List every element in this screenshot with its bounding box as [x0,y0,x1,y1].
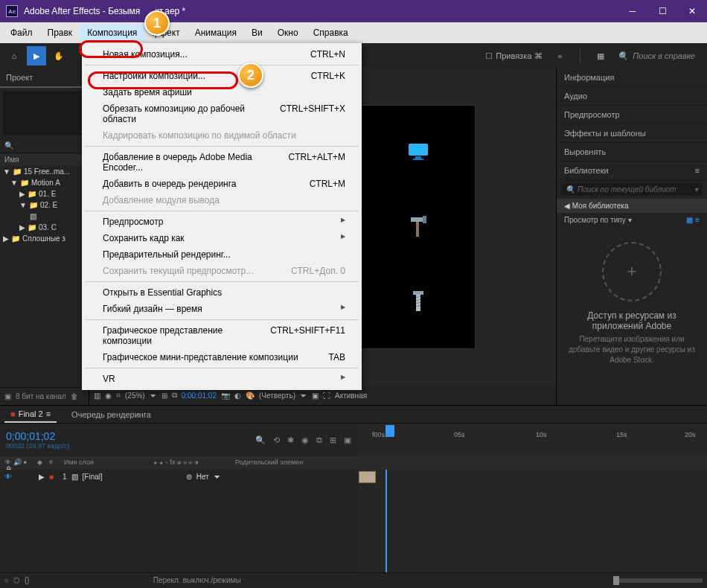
toolbar-expand-icon[interactable]: » [550,46,569,65]
hand-tool[interactable]: ✋ [49,46,68,65]
parent-dropdown[interactable]: Нет [196,473,209,481]
tl-footer-icon[interactable]: ⟐ [4,576,9,584]
visibility-toggle[interactable]: 👁 [4,473,34,481]
panel-audio[interactable]: Аудио [557,87,707,106]
home-button[interactable]: ⌂ [4,46,24,65]
tl-icon[interactable]: ◉ [301,435,309,445]
comp-footer-icon[interactable]: ▣ [312,392,319,400]
panel-effects[interactable]: Эффекты и шаблоны [557,124,707,143]
new-bin-icon[interactable]: ▣ [4,392,11,400]
menu-item[interactable]: Новая композиция...CTRL+N [82,46,362,63]
panel-libraries[interactable]: Библиотеки≡ [557,162,707,180]
help-search[interactable]: 🔍 Поиск в справке [618,51,695,61]
menu-file[interactable]: Файл [3,25,40,41]
menu-composition[interactable]: Композиция [80,25,144,41]
menu-item[interactable]: Графическое мини-представление композици… [82,349,362,365]
timeline-tab-render[interactable]: Очередь рендеринга [65,407,157,422]
bpc-button[interactable]: 8 бит на канал [16,392,66,400]
selection-tool[interactable]: ▶ [27,46,46,65]
tree-item[interactable]: ▼📁Motion A [0,177,89,188]
search-icon: 🔍 [566,185,575,194]
tree-item[interactable]: ▶📁01. E [0,188,89,199]
menu-item[interactable]: Предпросмотр [82,214,362,230]
comp-footer-icon[interactable]: ⧉ [172,391,177,400]
tree-item[interactable]: ▶📁Сплошные з [0,233,89,244]
menu-window[interactable]: Окно [270,25,306,41]
library-dropzone[interactable]: + Доступ к ресурсам из приложений Adobe … [557,227,707,405]
tl-icon[interactable]: ⧉ [316,435,322,445]
menu-item[interactable]: VR [82,371,362,387]
menu-item[interactable]: Графическое представление композицииCTRL… [82,322,362,349]
zoom-level[interactable]: (25%) [125,392,145,400]
workspace-icon[interactable]: ▦ [591,46,610,65]
parent-pickwhip-icon[interactable]: ⊚ [186,473,192,481]
trash-icon[interactable]: 🗑 [71,392,78,400]
panel-menu-icon[interactable]: ≡ [695,166,700,175]
comp-footer-icon[interactable]: ⛶ [323,392,330,400]
snapshot-icon[interactable]: 📷 [221,392,230,400]
search-icon[interactable]: 🔍 [255,435,266,445]
library-select[interactable]: ◀ Моя библиотека [557,199,707,213]
comp-timecode[interactable]: 0;00;01;02 [182,392,217,400]
active-camera[interactable]: Активная [335,392,367,400]
project-footer: ▣ 8 бит на канал 🗑 [0,387,89,405]
panel-preview[interactable]: Предпросмотр [557,106,707,124]
timeline-timecode[interactable]: 0;00;01;02 [6,430,69,442]
menu-edit[interactable]: Правк [40,25,80,41]
menu-item: Сохранить текущий предпросмотр...CTRL+До… [82,263,362,279]
tl-footer-icon[interactable]: ⬡ [13,576,20,584]
library-filter[interactable]: Просмотр по типу ▾ ▦ ≡ [557,213,707,227]
menu-item[interactable]: Сохранить кадр как [82,230,362,246]
tree-item[interactable]: ▶📁03. C [0,222,89,233]
timeline-tab-active[interactable]: ■Final 2 ≡ [4,406,57,423]
tree-item[interactable]: ▧ [0,211,89,222]
comp-footer-icon[interactable]: ⌗ [116,391,121,400]
panel-align[interactable]: Выровнять [557,143,707,162]
tl-icon[interactable]: ⟲ [273,435,280,445]
menu-item[interactable]: Гибкий дизайн — время [82,301,362,317]
project-tree: ▼📁15 Free..ma... ▼📁Motion A ▶📁01. E ▼📁02… [0,166,89,387]
project-column-name[interactable]: Имя [0,153,89,166]
tl-footer-icon[interactable]: {} [25,576,30,584]
menu-item[interactable]: Добавить в очередь рендерингаCTRL+M [82,176,362,192]
snap-toggle[interactable]: ☐Привязка⌘ [485,51,543,61]
menu-animation[interactable]: Анимация [188,25,244,41]
comp-footer-icon[interactable]: ⊞ [161,392,167,400]
project-search-row: 🔍 [0,138,89,153]
tl-icon[interactable]: ▣ [344,435,351,445]
minimize-button[interactable]: ─ [618,0,647,22]
timeline-track-area[interactable] [357,470,707,572]
menu-item[interactable]: Предварительный рендеринг... [82,246,362,263]
dropzone-title: Доступ к ресурсам из приложений Adobe [557,310,707,331]
menu-item[interactable]: Добавление в очередь Adobe Media Encoder… [82,149,362,176]
tl-icon[interactable]: ⊞ [330,435,336,445]
comp-footer-icon[interactable]: 🎨 [246,392,255,400]
project-tab[interactable]: Проект [0,68,89,88]
timeline-ruler[interactable]: f00s 05s 10s 15s 20s [357,424,707,440]
resolution-dropdown[interactable]: (Четверть) [259,392,295,400]
maximize-button[interactable]: ☐ [647,0,677,22]
layer-clip[interactable] [359,471,376,483]
project-panel: Проект 🔍 Имя ▼📁15 Free..ma... ▼📁Motion A… [0,68,89,405]
menu-item[interactable]: Задать время афиши [82,84,362,100]
comp-footer-icon[interactable]: ◐ [234,392,241,400]
toggle-switches-button[interactable]: Перекл. выключ./режимы [153,576,241,584]
composition-menu-dropdown: Новая композиция...CTRL+NНастройки компо… [82,43,362,390]
menu-item[interactable]: Настройки композиции...CTRL+K [82,68,362,84]
close-button[interactable]: ✕ [677,0,707,22]
timeline-zoom-slider[interactable] [613,578,703,583]
timeline-layer-row[interactable]: 👁 ▶ ■ 1 ▧ [Final] ⊚ Нет ⏷ [0,470,357,485]
tree-item[interactable]: ▼📁15 Free..ma... [0,166,89,177]
menu-view[interactable]: Ви [244,25,270,41]
library-search[interactable]: 🔍 Поиск по текущей библиот ▾ [561,183,703,196]
comp-footer-icon[interactable]: ▥ [94,392,100,400]
playhead-line[interactable] [386,470,387,572]
tree-item[interactable]: ▼📁02. E [0,199,89,211]
canvas-icon-hammer [380,199,457,256]
menu-help[interactable]: Справка [306,25,356,41]
comp-footer-icon[interactable]: ◉ [105,392,112,400]
panel-info[interactable]: Информация [557,68,707,87]
menu-item[interactable]: Открыть в Essential Graphics [82,284,362,301]
tl-icon[interactable]: ✱ [287,435,294,445]
menu-item[interactable]: Обрезать композицию до рабочей областиCT… [82,100,362,127]
